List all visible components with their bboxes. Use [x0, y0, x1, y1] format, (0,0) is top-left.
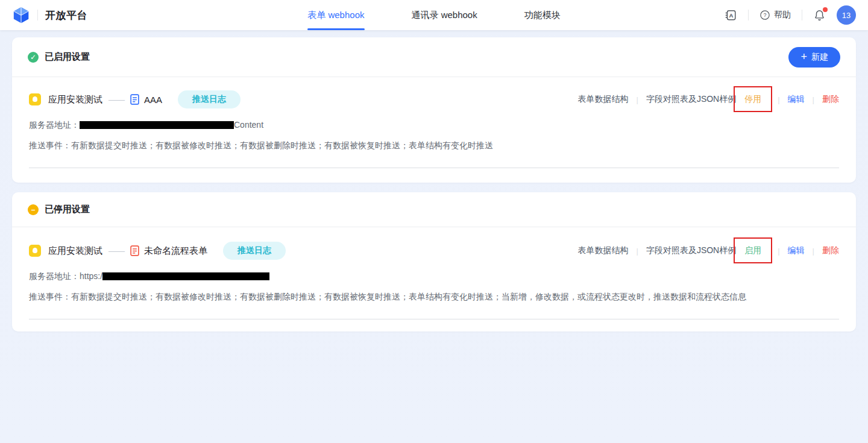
delete-link[interactable]: 删除 [822, 94, 839, 105]
form-name: AAA [144, 95, 162, 105]
disabled-settings-header: – 已停用设置 [12, 192, 856, 227]
form-doc-icon-red [130, 245, 139, 256]
action-separator: | [778, 95, 779, 104]
tab-form-webhook[interactable]: 表单 webhook [307, 0, 364, 30]
app-icon [29, 93, 41, 105]
check-circle-icon: ✓ [28, 52, 39, 63]
nav-tabs: 表单 webhook 通讯录 webhook 功能模块 [211, 0, 657, 30]
help-label: 帮助 [774, 10, 791, 20]
minus-circle-icon: – [28, 204, 39, 215]
page-title: 开放平台 [45, 8, 87, 22]
app-name: 应用安装测试 [48, 94, 102, 105]
tab-contacts-webhook[interactable]: 通讯录 webhook [412, 0, 477, 30]
section-title: 已停用设置 [45, 204, 90, 215]
nav-divider [802, 10, 802, 20]
webhook-entry-row: 应用安装测试 —— AAA 推送日志 表单数据结构 | 字段对照表及JSON样例… [29, 90, 839, 108]
create-new-button[interactable]: + 新建 [788, 47, 840, 68]
notification-bell-icon[interactable] [813, 9, 826, 22]
disable-link[interactable]: 停用 [744, 94, 761, 105]
disabled-settings-card: – 已停用设置 应用安装测试 —— 未命名流程表单 推送日志 表单数据结构 [12, 192, 856, 331]
notification-dot [823, 7, 828, 12]
nav-divider [37, 10, 38, 20]
webhook-entry-row: 应用安装测试 —— 未命名流程表单 推送日志 表单数据结构 | 字段对照表及JS… [29, 242, 839, 260]
nav-divider [748, 10, 749, 20]
translate-icon[interactable]: A [724, 8, 737, 22]
enabled-settings-card: ✓ 已启用设置 + 新建 应用安装测试 —— AAA 推送日志 [12, 37, 856, 183]
plus-icon: + [800, 51, 807, 62]
server-address-label: 服务器地址： [29, 119, 80, 131]
delete-link[interactable]: 删除 [822, 245, 839, 256]
push-log-button[interactable]: 推送日志 [178, 90, 241, 108]
top-navbar: 开放平台 表单 webhook 通讯录 webhook 功能模块 A ? 帮助 [0, 0, 868, 30]
server-address-row: 服务器地址： https:/ [29, 270, 839, 282]
action-separator: | [813, 95, 814, 104]
svg-text:A: A [729, 12, 734, 19]
app-icon [29, 245, 41, 257]
action-separator: | [778, 247, 779, 256]
dash-separator: —— [108, 246, 124, 256]
edit-link[interactable]: 编辑 [788, 94, 805, 105]
section-title: 已启用设置 [45, 51, 90, 63]
push-log-button[interactable]: 推送日志 [223, 242, 286, 260]
form-doc-icon-blue [130, 94, 139, 105]
form-data-structure-link[interactable]: 表单数据结构 [577, 94, 628, 105]
server-address-prefix: https:/ [80, 270, 102, 282]
action-separator: | [636, 247, 638, 256]
push-events-row: 推送事件：有新数据提交时推送；有数据被修改时推送；有数据被删除时推送；有数据被恢… [29, 291, 839, 303]
form-data-structure-link[interactable]: 表单数据结构 [577, 245, 628, 256]
push-events-text: 有新数据提交时推送；有数据被修改时推送；有数据被删除时推送；有数据被恢复时推送；… [71, 140, 493, 150]
enable-link[interactable]: 启用 [744, 245, 761, 256]
push-events-label: 推送事件： [29, 140, 71, 150]
dash-separator: —— [108, 95, 124, 104]
question-circle-icon: ? [760, 10, 770, 20]
field-mapping-json-link[interactable]: 字段对照表及JSON样例 [646, 245, 736, 256]
edit-link[interactable]: 编辑 [788, 245, 805, 256]
server-address-suffix: Content [234, 119, 263, 131]
create-new-label: 新建 [811, 52, 828, 63]
action-separator: | [813, 247, 814, 256]
server-address-row: 服务器地址： Content [29, 119, 839, 131]
tab-function-modules[interactable]: 功能模块 [524, 0, 561, 30]
redacted-url [102, 272, 269, 280]
svg-text:?: ? [763, 12, 766, 18]
server-address-label: 服务器地址： [29, 270, 80, 282]
push-events-text: 有新数据提交时推送；有数据被修改时推送；有数据被删除时推送；有数据被恢复时推送；… [71, 292, 746, 301]
app-name: 应用安装测试 [48, 245, 102, 257]
push-events-label: 推送事件： [29, 292, 71, 301]
platform-logo-cube-icon [12, 6, 30, 24]
push-events-row: 推送事件：有新数据提交时推送；有数据被修改时推送；有数据被删除时推送；有数据被恢… [29, 139, 839, 151]
form-name: 未命名流程表单 [144, 245, 207, 257]
action-separator: | [636, 95, 638, 104]
redacted-url [80, 121, 234, 129]
field-mapping-json-link[interactable]: 字段对照表及JSON样例 [646, 94, 736, 105]
avatar[interactable]: 13 [837, 5, 856, 25]
main-content: ✓ 已启用设置 + 新建 应用安装测试 —— AAA 推送日志 [0, 30, 868, 331]
help-button[interactable]: ? 帮助 [760, 10, 791, 20]
enabled-settings-header: ✓ 已启用设置 + 新建 [12, 37, 856, 77]
